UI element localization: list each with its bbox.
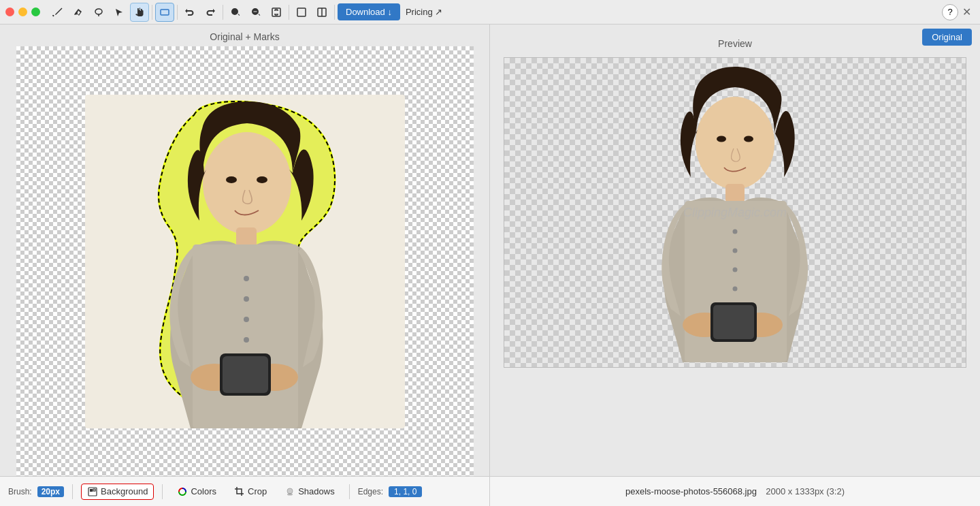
brush-tool-button[interactable]	[48, 3, 67, 22]
fit-button[interactable]	[267, 3, 286, 22]
right-panel: Preview Original	[490, 25, 980, 476]
tool-group-select	[155, 3, 174, 22]
selection-rect-button[interactable]	[155, 3, 174, 22]
main-content: Original + Marks	[0, 25, 980, 476]
left-canvas[interactable]	[16, 46, 474, 476]
shadows-tool-button[interactable]: Shadows	[278, 484, 340, 500]
colors-label: Colors	[191, 486, 216, 496]
svg-rect-36	[93, 489, 95, 491]
bottom-left-controls: Brush: 20px Background Colors	[0, 477, 490, 506]
svg-point-30	[733, 230, 738, 234]
background-label: Background	[101, 486, 148, 496]
svg-point-39	[287, 493, 293, 495]
dimensions-label: 2000 x 1333px (3:2)	[766, 486, 845, 496]
right-panel-title: Preview	[718, 31, 752, 53]
svg-point-10	[257, 176, 267, 183]
redo-button[interactable]	[201, 3, 220, 22]
download-button[interactable]: Download ↓	[338, 3, 400, 20]
minimize-traffic-light[interactable]	[18, 7, 27, 16]
window-close-button[interactable]: ✕	[958, 4, 975, 20]
svg-point-38	[287, 488, 293, 494]
crop-icon	[234, 486, 245, 497]
titlebar: Download ↓ Pricing ↗ ? ✕	[0, 0, 980, 25]
left-panel-title: Original + Marks	[210, 25, 279, 46]
subject-container	[85, 95, 405, 428]
colors-tool-button[interactable]: Colors	[171, 484, 223, 500]
brush-label: Brush:	[8, 487, 32, 496]
edges-label: Edges:	[358, 487, 383, 496]
left-panel: Original + Marks	[0, 25, 490, 476]
background-icon	[87, 486, 98, 497]
toolbar-separator-1	[152, 5, 152, 20]
svg-rect-29	[713, 305, 754, 339]
view-single-button[interactable]	[292, 3, 311, 22]
bottom-sep-2	[162, 484, 163, 499]
brush-size-badge: 20px	[37, 486, 64, 497]
svg-point-21	[696, 97, 774, 189]
bottom-right-info: pexels-moose-photos-556068.jpg 2000 x 13…	[490, 477, 980, 506]
preview-svg	[572, 63, 898, 362]
crop-label: Crop	[248, 486, 267, 496]
svg-rect-24	[725, 184, 745, 203]
help-button[interactable]: ?	[942, 4, 958, 20]
tool-group-draw	[48, 3, 149, 22]
svg-point-33	[733, 287, 738, 291]
svg-point-31	[733, 249, 738, 253]
background-tool-button[interactable]: Background	[81, 484, 154, 500]
arrow-tool-button[interactable]	[110, 3, 129, 22]
hand-tool-button[interactable]	[130, 3, 149, 22]
zoom-out-button[interactable]	[246, 3, 265, 22]
bottom-bar: Brush: 20px Background Colors	[0, 476, 980, 506]
bottom-sep-3	[349, 484, 350, 499]
svg-rect-5	[297, 8, 306, 16]
person-outline-svg	[85, 95, 405, 428]
undo-button[interactable]	[180, 3, 199, 22]
edges-value-badge: 1, 1, 0	[389, 486, 422, 497]
filename-label: pexels-moose-photos-556068.jpg	[625, 486, 757, 496]
right-canvas: ClippingMagic.com	[504, 57, 966, 368]
zoom-in-button[interactable]	[226, 3, 245, 22]
bottom-sep-1	[72, 484, 73, 499]
traffic-lights	[5, 7, 40, 16]
toolbar-separator-5	[334, 5, 335, 20]
svg-point-8	[203, 132, 291, 234]
svg-rect-12	[193, 244, 298, 428]
tool-group-view	[292, 3, 331, 22]
svg-rect-2	[161, 10, 169, 15]
shadows-label: Shadows	[298, 486, 334, 496]
svg-point-0	[95, 9, 102, 14]
toolbar-separator-2	[177, 5, 178, 20]
right-panel-header: Preview Original	[490, 25, 980, 57]
svg-point-20	[244, 337, 249, 343]
svg-point-22	[717, 136, 726, 142]
shadows-icon	[284, 486, 295, 497]
toolbar-separator-4	[289, 5, 289, 20]
svg-point-23	[744, 136, 753, 142]
original-button[interactable]: Original	[922, 29, 972, 46]
view-split-button[interactable]	[312, 3, 331, 22]
svg-point-32	[733, 268, 738, 272]
tool-group-zoom	[226, 3, 286, 22]
pricing-button[interactable]: Pricing ↗	[400, 3, 448, 20]
svg-point-17	[244, 276, 249, 281]
svg-point-9	[226, 176, 237, 183]
svg-rect-4	[272, 8, 280, 16]
tool-group-history	[180, 3, 220, 22]
svg-rect-16	[223, 356, 268, 393]
colors-icon	[177, 486, 188, 497]
eraser-tool-button[interactable]	[69, 3, 88, 22]
maximize-traffic-light[interactable]	[31, 7, 40, 16]
lasso-tool-button[interactable]	[89, 3, 108, 22]
toolbar-separator-3	[223, 5, 223, 20]
svg-rect-35	[90, 489, 93, 492]
svg-point-18	[244, 296, 249, 302]
crop-tool-button[interactable]: Crop	[228, 484, 273, 500]
close-traffic-light[interactable]	[5, 7, 14, 16]
svg-point-19	[244, 317, 249, 322]
